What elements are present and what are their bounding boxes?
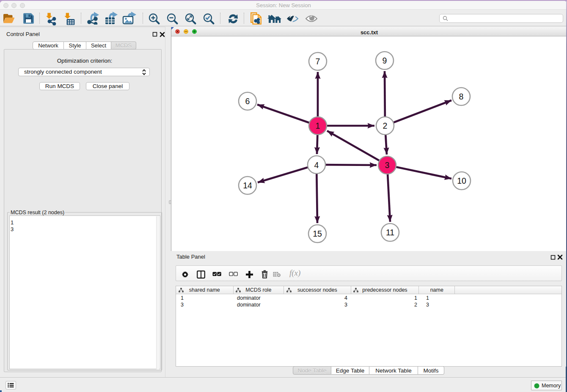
svg-text:2: 2 [383,121,388,130]
svg-text:11: 11 [386,228,394,237]
svg-text:7: 7 [316,57,320,66]
svg-text:14: 14 [243,181,252,190]
svg-text:15: 15 [313,229,322,238]
svg-text:6: 6 [245,97,250,106]
svg-text:8: 8 [459,92,464,101]
svg-text:4: 4 [314,160,319,170]
svg-text:9: 9 [383,56,387,65]
svg-text:3: 3 [385,160,390,170]
svg-text:10: 10 [457,176,466,185]
svg-text:1: 1 [316,121,320,130]
